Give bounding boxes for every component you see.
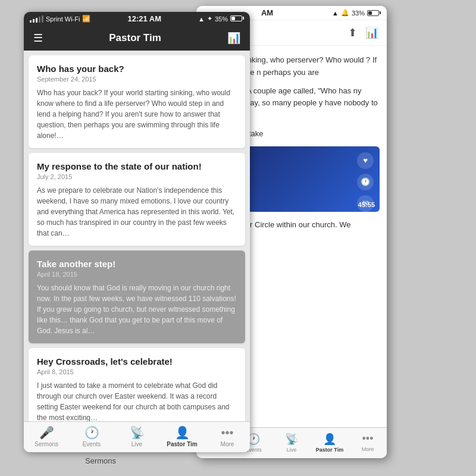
carrier-label: Sprint Wi-Fi [46, 15, 80, 23]
nav-icons: 📊 [227, 32, 240, 45]
main-status-bar: Sprint Wi-Fi 📶 12:21 AM ▲ ✦ 35% [24, 12, 250, 26]
bottom-sermons-label: Sermons [85, 456, 116, 465]
battery-icon [230, 15, 244, 23]
pastor-tim-icon: 👤 [175, 425, 190, 440]
sec-bar-chart-icon[interactable]: 📊 [365, 26, 378, 39]
sec-live-label: Live [287, 447, 297, 453]
article-2-body: As we prepare to celebrate our Nation's … [37, 185, 237, 239]
article-3-body: You should know that God is really movin… [37, 283, 237, 336]
bluetooth-icon: ✦ [207, 15, 212, 23]
more-icon: ••• [221, 426, 233, 440]
status-time: 12:21 AM [127, 14, 161, 23]
sec-more-icon: ••• [362, 433, 374, 445]
article-1-body: Who has your back? If your world startin… [37, 87, 237, 141]
tab-sermons-label: Sermons [35, 441, 58, 447]
sec-location-icon: ▲ [332, 10, 339, 17]
location-icon: ▲ [198, 15, 205, 23]
sec-battery-label: 33% [352, 10, 365, 17]
events-icon: 🕐 [84, 425, 99, 440]
tab-live[interactable]: 📡 Live [114, 425, 159, 447]
tab-events-label: Events [83, 441, 101, 447]
article-card-3[interactable]: Take another step! April 18, 2015 You sh… [29, 250, 245, 343]
sec-battery-icon [367, 10, 381, 16]
article-3-date: April 18, 2015 [37, 271, 237, 278]
sec-tab-live[interactable]: 📡 Live [273, 433, 311, 453]
bar-chart-icon[interactable]: 📊 [227, 32, 240, 45]
article-card-4[interactable]: Hey Crossroads, let's celebrate! April 8… [29, 348, 245, 421]
sec-pastor-label: Pastor Tim [316, 447, 343, 453]
article-4-title: Hey Crossroads, let's celebrate! [37, 356, 237, 367]
sec-pastor-icon: 👤 [323, 433, 336, 446]
tab-live-label: Live [131, 441, 142, 447]
article-2-date: July 2, 2015 [37, 173, 237, 180]
article-card-1[interactable]: Who has your back? September 24, 2015 Wh… [29, 55, 245, 148]
hamburger-menu-icon[interactable]: ☰ [33, 32, 43, 45]
main-phone: Sprint Wi-Fi 📶 12:21 AM ▲ ✦ 35% ☰ Pastor… [24, 12, 250, 452]
battery-label: 35% [215, 15, 228, 23]
status-right: ▲ ✦ 35% [198, 15, 244, 23]
sec-tab-pastor-tim[interactable]: 👤 Pastor Tim [311, 433, 349, 453]
tab-events[interactable]: 🕐 Events [69, 425, 114, 447]
article-2-title: My response to the state of our nation! [37, 161, 237, 171]
article-4-date: April 8, 2015 [37, 368, 237, 375]
sec-tab-more[interactable]: ••• More [349, 433, 387, 452]
live-icon: 📡 [130, 425, 145, 440]
tab-pastor-tim[interactable]: 👤 Pastor Tim [159, 425, 205, 447]
main-nav-bar: ☰ Pastor Tim 📊 [24, 26, 250, 51]
main-content-area[interactable]: Who has your back? September 24, 2015 Wh… [24, 51, 250, 421]
video-clock-icon[interactable]: 🕐 [357, 174, 374, 190]
article-1-title: Who has your back? [37, 64, 237, 74]
main-tab-bar: 🎤 Sermons 🕐 Events 📡 Live 👤 Pastor Tim •… [24, 421, 250, 452]
tab-pastor-tim-label: Pastor Tim [167, 441, 198, 447]
video-duration: 45:55 [358, 201, 375, 208]
tab-sermons[interactable]: 🎤 Sermons [24, 425, 69, 447]
sermons-icon: 🎤 [39, 425, 54, 440]
article-card-2[interactable]: My response to the state of our nation! … [29, 153, 245, 246]
sec-alarm-icon: 🔔 [341, 9, 349, 17]
tab-more[interactable]: ••• More [205, 426, 250, 447]
tab-more-label: More [221, 441, 234, 447]
wifi-icon: 📶 [82, 15, 90, 23]
sec-more-label: More [362, 446, 374, 452]
sec-share-icon[interactable]: ⬆ [348, 26, 357, 39]
sec-nav-icons: ⬆ 📊 [348, 26, 378, 39]
sec-live-icon: 📡 [285, 433, 298, 446]
status-left: Sprint Wi-Fi 📶 [30, 15, 90, 23]
nav-title: Pastor Tim [109, 32, 161, 44]
video-heart-icon[interactable]: ♥ [357, 152, 374, 169]
sec-status-time: AM [261, 8, 273, 17]
signal-dots [30, 15, 43, 23]
sec-status-right: ▲ 🔔 33% [332, 9, 381, 17]
article-4-body: I just wanted to take a moment to celebr… [37, 380, 237, 421]
article-1-date: September 24, 2015 [37, 76, 237, 83]
article-3-title: Take another step! [37, 259, 237, 269]
